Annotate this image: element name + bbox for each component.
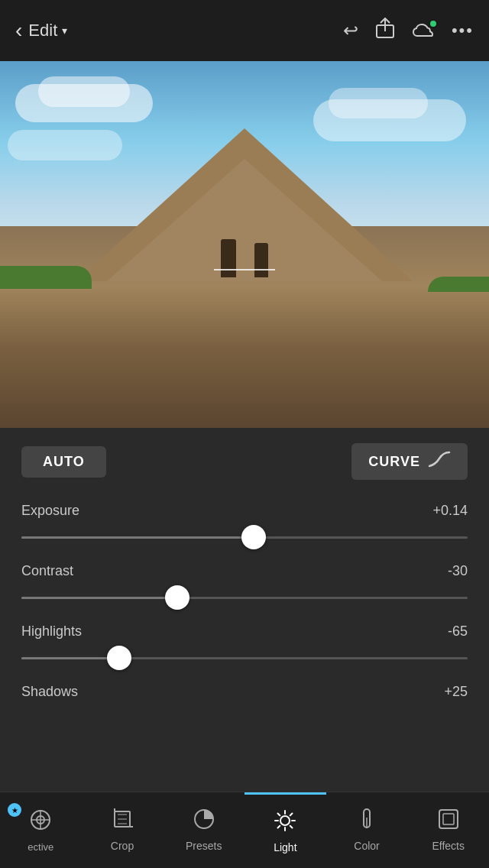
figure-1 [221,239,236,277]
edit-label: Edit [28,21,57,40]
svg-line-19 [290,813,293,815]
curve-button[interactable]: CURVE [351,443,468,480]
svg-line-20 [278,825,280,828]
more-options-button[interactable]: ••• [452,21,474,40]
header: ‹ Edit ▾ ↩ ••• [0,0,489,61]
contrast-label: Contrast [21,563,73,579]
selective-label: ective [28,841,53,853]
undo-button[interactable]: ↩ [343,20,358,41]
shadows-value: +25 [444,684,468,700]
nav-item-presets[interactable]: Presets [163,792,244,868]
shadows-slider-group: Shadows +25 [21,684,468,700]
presets-label: Presets [186,840,222,852]
light-icon [274,810,296,837]
contrast-slider[interactable] [21,584,468,611]
effects-icon [438,808,459,835]
vegetation-left [0,266,92,289]
contrast-value: -30 [448,563,468,579]
cloud-4 [329,88,428,118]
cloud-sync-button[interactable] [412,21,435,40]
shadows-label: Shadows [21,684,78,700]
nav-item-crop[interactable]: Crop [82,792,164,868]
contrast-label-row: Contrast -30 [21,563,468,579]
svg-line-17 [278,813,280,815]
share-button[interactable] [375,18,395,44]
light-label: Light [274,841,296,853]
exposure-slider[interactable] [21,523,468,551]
selective-icon [29,808,52,837]
cloud-status-dot [429,19,438,28]
back-button[interactable]: ‹ [15,18,22,43]
crop-label: Crop [111,840,134,852]
contrast-fill [21,597,177,599]
header-right: ↩ ••• [343,18,474,44]
controls-panel: AUTO CURVE Exposure +0.14 Contrast -30 [0,428,489,792]
nav-item-selective[interactable]: ★ ective [0,792,82,868]
figure-2 [254,243,268,277]
top-buttons: AUTO CURVE [21,428,468,491]
curve-label: CURVE [368,454,420,470]
color-label: Color [354,840,379,852]
exposure-label: Exposure [21,503,79,519]
nav-item-effects[interactable]: Effects [407,792,489,868]
effects-label: Effects [432,840,465,852]
nav-item-light[interactable]: Light [244,792,326,868]
highlights-label-row: Highlights -65 [21,623,468,640]
nav-item-color[interactable]: Color [326,792,408,868]
svg-line-18 [290,825,293,828]
highlights-slider[interactable] [21,644,468,672]
exposure-value: +0.14 [432,503,468,519]
svg-point-12 [280,816,290,825]
bottom-navigation: ★ ective Crop [0,792,489,868]
shadows-label-row: Shadows +25 [21,684,468,700]
exposure-label-row: Exposure +0.14 [21,503,468,519]
figures-group [221,239,268,277]
highlights-slider-group: Highlights -65 [21,623,468,672]
color-icon [358,808,376,835]
auto-button[interactable]: AUTO [21,446,106,478]
contrast-thumb[interactable] [165,585,189,610]
curve-icon [428,451,451,472]
highlights-fill [21,657,119,659]
svg-rect-23 [439,810,458,828]
highlights-label: Highlights [21,623,82,640]
highlights-value: -65 [448,623,468,640]
exposure-fill [21,536,254,539]
exposure-thumb[interactable] [241,525,266,549]
exposure-slider-group: Exposure +0.14 [21,503,468,551]
star-badge: ★ [8,803,21,817]
crop-icon [112,808,133,835]
presets-icon [193,808,215,835]
edit-chevron-icon[interactable]: ▾ [62,24,67,37]
header-left: ‹ Edit ▾ [15,18,67,43]
svg-rect-24 [443,814,454,824]
level-line [214,269,275,270]
contrast-slider-group: Contrast -30 [21,563,468,611]
vegetation-right [428,277,489,292]
cloud-2 [38,76,130,107]
photo-preview [0,61,489,428]
highlights-thumb[interactable] [107,646,131,670]
